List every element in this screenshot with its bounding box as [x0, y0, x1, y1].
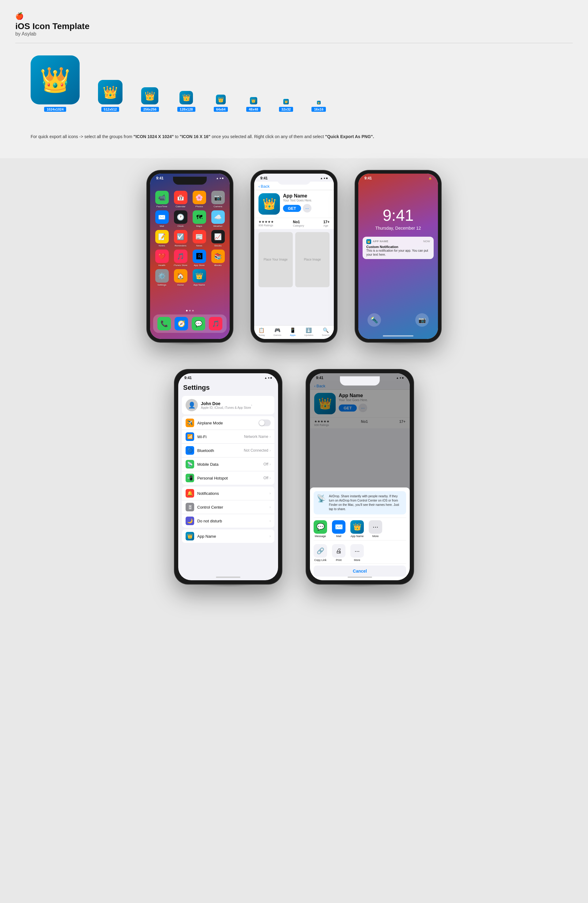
- dock-safari[interactable]: 🧭: [175, 317, 188, 330]
- settings-airplane[interactable]: ✈️ Airplane Mode: [182, 416, 274, 430]
- games-icon: 🎮: [274, 327, 280, 333]
- share-more-label: More: [373, 535, 379, 538]
- dock-music[interactable]: 🎵: [209, 317, 222, 330]
- share-mail-icon: ✉️: [332, 520, 346, 534]
- app-news[interactable]: 📰 News: [191, 230, 208, 247]
- app-clock[interactable]: 🕐 Clock: [173, 210, 189, 228]
- tab-apps[interactable]: 📱 Apps: [290, 327, 296, 337]
- airplane-icon: ✈️: [186, 418, 194, 427]
- notif-icon-row: 👑 APP NAME NOW: [366, 239, 430, 244]
- settings-group-app: 👑 App Name ›: [182, 529, 274, 543]
- settings-dnd[interactable]: 🌙 Do not disturb ›: [182, 514, 274, 528]
- tab-games[interactable]: 🎮 Games: [274, 327, 281, 337]
- app-mail[interactable]: ✉️ Mail: [154, 210, 170, 228]
- app-maps[interactable]: 🗺 Maps: [191, 210, 208, 228]
- share-action-more[interactable]: ··· More: [351, 544, 364, 562]
- control-center-label: Control Center: [197, 505, 269, 510]
- share-app-message[interactable]: 💬 Message: [314, 520, 327, 538]
- dock-messages[interactable]: 💬: [192, 317, 205, 330]
- app-mail-label: Mail: [160, 225, 164, 228]
- home-indicator-share: [347, 577, 372, 578]
- app-maps-label: Maps: [196, 225, 203, 228]
- back-button[interactable]: ‹ Back: [258, 184, 269, 189]
- mobile-data-label: Mobile Data: [197, 462, 263, 467]
- app-settings-icon: ⚙️: [155, 269, 169, 283]
- age-section: 17+ Age: [323, 220, 330, 227]
- app-stocks[interactable]: 📈 Stocks: [210, 230, 226, 247]
- settings-notifications[interactable]: 🔔 Notifications ›: [182, 486, 274, 500]
- app-appstore[interactable]: 🅰 App Store: [191, 250, 208, 267]
- settings-app-name[interactable]: 👑 App Name ›: [182, 529, 274, 543]
- share-app-custom[interactable]: 👑 App Name: [351, 520, 364, 538]
- airdrop-icon: 📡: [317, 494, 326, 503]
- share-app-mail[interactable]: ✉️ Mail: [332, 520, 346, 538]
- icon-sizes-section: 👑 1024x1024 👑 512x512 👑 256x256: [15, 52, 573, 127]
- get-button[interactable]: GET: [283, 205, 301, 212]
- settings-hotspot[interactable]: 📲 Personal Hotspot Off ›: [182, 471, 274, 485]
- size-label-1024: 1024x1024: [44, 107, 66, 112]
- app-camera[interactable]: 📷 Camera: [210, 191, 226, 208]
- app-calendar-icon: 📅: [174, 191, 187, 204]
- notif-title: Custom Notification: [366, 245, 430, 249]
- settings-profile[interactable]: 👤 John Doe Apple ID, iCloud, iTunes & Ap…: [182, 396, 274, 414]
- flashlight-icon[interactable]: 🔦: [368, 313, 381, 327]
- app-itunes[interactable]: 🎵 iTunes Store: [173, 250, 189, 267]
- camera-lock-icon[interactable]: 📷: [415, 313, 429, 327]
- lock-icon: 🔒: [428, 177, 432, 180]
- app-notes[interactable]: 📝 Notes: [154, 230, 170, 247]
- app-ibooks-label: iBooks: [214, 264, 222, 267]
- app-name-settings-label: App Name: [197, 534, 269, 539]
- app-camera-label: Camera: [214, 205, 222, 208]
- app-photos-label: Photos: [195, 205, 203, 208]
- app-calendar[interactable]: 📅 Calendar: [173, 191, 189, 208]
- page-dots: [186, 310, 194, 311]
- share-action-print[interactable]: 🖨 Print: [332, 544, 346, 562]
- settings-bluetooth[interactable]: 🔵 Bluetooth Not Connected ›: [182, 444, 274, 458]
- cancel-button[interactable]: Cancel: [314, 566, 406, 577]
- notif-body: This is a notification for your app. You…: [366, 249, 430, 256]
- app-itunes-label: iTunes Store: [174, 264, 187, 267]
- settings-wifi[interactable]: 📶 Wi-Fi Network Name ›: [182, 430, 274, 444]
- size-label-512: 512x512: [101, 107, 119, 112]
- settings-mobile-data[interactable]: 📡 Mobile Data Off ›: [182, 458, 274, 471]
- airplane-toggle[interactable]: [258, 420, 271, 426]
- notch-share: [340, 376, 380, 385]
- dnd-chevron-icon: ›: [269, 519, 271, 523]
- app-reminders[interactable]: ☑️ Reminders: [173, 230, 189, 247]
- hotspot-chevron-icon: ›: [269, 476, 271, 480]
- more-button[interactable]: ···: [303, 204, 311, 212]
- app-settings[interactable]: ⚙️ Settings: [154, 269, 170, 286]
- share-action-copy[interactable]: 🔗 Copy Link: [314, 544, 327, 562]
- notif-app-icon: 👑: [366, 239, 371, 244]
- tab-updates[interactable]: ⬇️ Updates: [304, 327, 314, 337]
- settings-control-center[interactable]: 🎛 Control Center ›: [182, 500, 274, 514]
- share-custom-label: App Name: [351, 535, 364, 538]
- lock-time: 9:41: [365, 176, 372, 180]
- size-label-32: 32x32: [279, 107, 293, 112]
- age-sub: Age: [323, 224, 330, 227]
- profile-sub: Apple ID, iCloud, iTunes & App Store: [201, 406, 251, 409]
- tab-search[interactable]: 🔍 Search: [322, 327, 330, 337]
- app-ibooks[interactable]: 📚 iBooks: [210, 250, 226, 267]
- notifications-icon: 🔔: [186, 489, 194, 497]
- share-app-more[interactable]: ··· More: [369, 520, 382, 538]
- app-home[interactable]: 🏠 Home: [173, 269, 189, 286]
- notch-settings: [208, 376, 248, 385]
- settings-screen: 9:41 ▲ ● ■ Settings 👤 John Doe Apple ID,…: [178, 373, 278, 580]
- dot-3: [192, 310, 194, 311]
- app-subtitle: by Asylab: [15, 31, 573, 37]
- search-icon: 🔍: [323, 327, 329, 333]
- icons-row: 👑 1024x1024 👑 512x512 👑 256x256: [31, 55, 557, 112]
- app-health[interactable]: ❤️ Health: [154, 250, 170, 267]
- icon-64: 👑 64x64: [214, 94, 228, 112]
- dock-phone[interactable]: 📞: [157, 317, 171, 330]
- header: 🍎 iOS Icon Template by Asylab 👑 1024x102…: [0, 0, 588, 158]
- control-center-chevron-icon: ›: [269, 505, 271, 509]
- app-facetime[interactable]: 📹 FaceTime: [154, 191, 170, 208]
- app-photos[interactable]: 🌸 Photos: [191, 191, 208, 208]
- app-weather[interactable]: ☁️ Weather: [210, 210, 226, 228]
- dot-1: [186, 310, 188, 311]
- dock-music-icon: 🎵: [209, 317, 222, 330]
- tab-today[interactable]: 📋 Today: [258, 327, 265, 337]
- app-custom[interactable]: 👑 App Name: [191, 269, 208, 286]
